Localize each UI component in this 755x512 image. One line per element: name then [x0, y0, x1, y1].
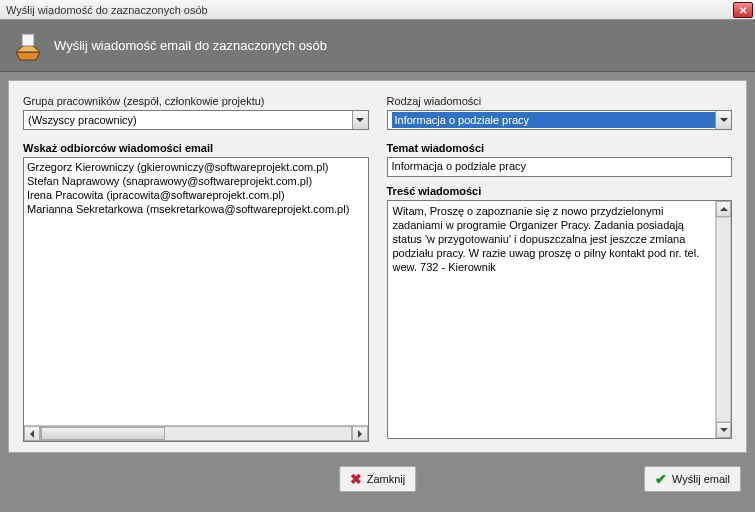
subject-label: Temat wiadomości	[387, 142, 733, 154]
list-item[interactable]: Stefan Naprawowy (snaprawowy@softwarepro…	[27, 174, 365, 188]
window-titlebar: Wyślij wiadomość do zaznaczonych osób ✕	[0, 0, 755, 20]
subject-value: Informacja o podziale pracy	[392, 160, 527, 172]
window-title: Wyślij wiadomość do zaznaczonych osób	[6, 4, 208, 16]
chevron-down-icon[interactable]	[352, 111, 368, 129]
close-button-label: Zamknij	[367, 473, 406, 485]
scroll-left-arrow-icon[interactable]	[24, 426, 40, 441]
svg-rect-2	[22, 34, 34, 46]
close-button[interactable]: ✖ Zamknij	[339, 466, 417, 492]
recipients-items: Grzegorz Kierowniczy (gkierowniczy@softw…	[24, 158, 368, 425]
scrollbar-thumb[interactable]	[41, 427, 165, 440]
x-icon: ✖	[350, 471, 362, 487]
send-button-label: Wyślij email	[672, 473, 730, 485]
svg-marker-0	[16, 52, 40, 60]
close-icon: ✕	[739, 5, 747, 16]
subject-input[interactable]: Informacja o podziale pracy	[387, 157, 733, 177]
header-band: Wyślij wiadomość email do zaznaczonych o…	[0, 20, 755, 72]
message-type-select[interactable]: Informacja o podziale pracy	[387, 110, 733, 130]
scroll-right-arrow-icon[interactable]	[352, 426, 368, 441]
check-icon: ✔	[655, 471, 667, 487]
window-close-button[interactable]: ✕	[733, 2, 753, 18]
body-textarea[interactable]: Witam, Proszę o zapoznanie się z nowo pr…	[387, 200, 733, 439]
header-title: Wyślij wiadomość email do zaznaczonych o…	[54, 38, 327, 53]
group-select[interactable]: (Wszyscy pracownicy)	[23, 110, 369, 130]
message-type-value: Informacja o podziale pracy	[392, 112, 716, 128]
recipients-listbox[interactable]: Grzegorz Kierowniczy (gkierowniczy@softw…	[23, 157, 369, 442]
send-email-button[interactable]: ✔ Wyślij email	[644, 466, 741, 492]
right-column: Rodzaj wiadomości Informacja o podziale …	[387, 95, 733, 442]
list-item[interactable]: Grzegorz Kierowniczy (gkierowniczy@softw…	[27, 160, 365, 174]
left-column: Grupa pracowników (zespół, członkowie pr…	[23, 95, 369, 442]
body-text: Witam, Proszę o zapoznanie się z nowo pr…	[393, 204, 727, 274]
list-item[interactable]: Irena Pracowita (ipracowita@softwareproj…	[27, 188, 365, 202]
main-panel: Grupa pracowników (zespół, członkowie pr…	[8, 80, 747, 453]
recipients-label: Wskaż odbiorców wiadomości email	[23, 142, 369, 154]
scroll-down-arrow-icon[interactable]	[716, 422, 731, 438]
group-label: Grupa pracowników (zespół, członkowie pr…	[23, 95, 369, 107]
group-select-value: (Wszyscy pracownicy)	[28, 114, 352, 126]
mail-tray-icon	[12, 30, 44, 62]
scrollbar-track[interactable]	[40, 426, 352, 441]
scroll-up-arrow-icon[interactable]	[716, 201, 731, 217]
list-item[interactable]: Marianna Sekretarkowa (msekretarkowa@sof…	[27, 202, 365, 216]
horizontal-scrollbar[interactable]	[24, 425, 368, 441]
vertical-scrollbar[interactable]	[715, 201, 731, 438]
message-type-label: Rodzaj wiadomości	[387, 95, 733, 107]
footer: ✖ Zamknij ✔ Wyślij email	[0, 457, 755, 501]
scrollbar-track[interactable]	[716, 217, 731, 422]
chevron-down-icon[interactable]	[715, 111, 731, 129]
body-label: Treść wiadomości	[387, 185, 733, 197]
